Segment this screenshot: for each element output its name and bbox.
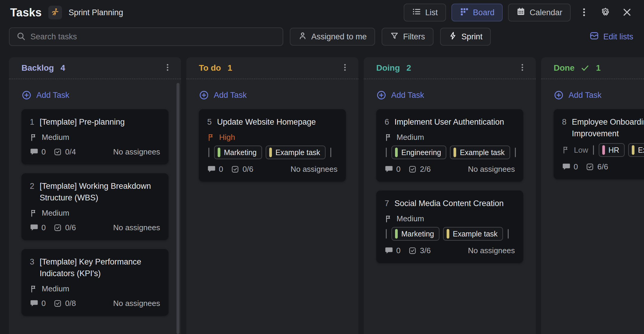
toolbar: Assigned to me Filters Sprint Edit lists (0, 25, 644, 46)
plus-circle-icon (199, 90, 209, 100)
comment-icon (30, 299, 38, 308)
assigned-to-me-button[interactable]: Assigned to me (290, 28, 375, 46)
flag-icon (207, 133, 216, 142)
tag-pill[interactable]: Example task (266, 146, 326, 159)
column-menu-button[interactable] (163, 63, 172, 73)
task-card[interactable]: 6Implement User AuthenticationMediumEngi… (376, 109, 523, 182)
view-tab-board[interactable]: Board (451, 4, 503, 21)
task-number: 1 (30, 116, 34, 128)
column-menu-button[interactable] (340, 63, 349, 73)
column-header: To do1 (186, 57, 358, 79)
tag-divider (515, 148, 516, 157)
task-card[interactable]: 3[Template] Key Performance Indicators (… (21, 249, 168, 316)
card-title-row: 3[Template] Key Performance Indicators (… (30, 256, 160, 279)
plus-circle-icon (376, 90, 386, 100)
column-body: Add Task1[Template] Pre-planningMedium00… (9, 79, 181, 334)
card-title-row: 6Implement User Authentication (385, 116, 515, 128)
column-header: Doing2 (364, 57, 536, 79)
comments-count: 0 (207, 165, 223, 174)
edit-lists-link[interactable]: Edit lists (589, 31, 635, 43)
column-body: Add Task6Implement User AuthenticationMe… (364, 79, 536, 334)
priority-badge: Medium (385, 214, 424, 223)
tags-row: MarketingExample task (385, 227, 515, 241)
tag-pill[interactable]: Marketing (391, 227, 439, 241)
column-scrollbar[interactable] (177, 83, 179, 334)
column-count: 2 (406, 63, 411, 73)
comments-count: 0 (385, 165, 400, 174)
checklist-progress: 0/8 (53, 299, 76, 308)
tag-divider (330, 148, 331, 157)
tag-pill[interactable]: Example task (450, 146, 510, 159)
task-card[interactable]: 8Employee Onboarding ImprovementLowHRExa… (554, 109, 644, 179)
task-title: Social Media Content Creation (394, 198, 504, 209)
column-menu-button[interactable] (518, 63, 527, 73)
priority-row: Medium (30, 284, 160, 293)
tag-pill[interactable]: Marketing (214, 146, 262, 159)
assignees-label: No assignees (113, 223, 160, 232)
task-card[interactable]: 1[Template] Pre-planningMedium00/4No ass… (21, 109, 168, 164)
task-number: 5 (207, 116, 212, 128)
checklist-progress: 6/6 (586, 162, 608, 171)
add-task-button[interactable]: Add Task (376, 90, 523, 100)
checklist-progress: 0/6 (53, 223, 76, 232)
priority-label: Medium (42, 133, 69, 142)
close-button[interactable] (619, 4, 635, 21)
view-tab-calendar[interactable]: Calendar (508, 4, 571, 21)
tag-label: HR (609, 146, 619, 154)
tag-label: Marketing (224, 148, 257, 157)
column-count: 1 (596, 63, 601, 73)
card-footer: 06/6 (562, 162, 644, 171)
checklist-progress: 0/4 (53, 147, 76, 157)
add-task-label: Add Task (214, 91, 247, 100)
filters-button[interactable]: Filters (382, 28, 434, 46)
comments-count: 0 (30, 299, 46, 308)
person-icon (298, 31, 307, 42)
kebab-icon (518, 63, 527, 72)
column-header: Done1 (541, 57, 644, 79)
card-footer: 00/6No assignees (207, 165, 338, 174)
sprint-button[interactable]: Sprint (440, 28, 491, 46)
assignees-label: No assignees (290, 165, 338, 174)
card-title-row: 7Social Media Content Creation (385, 198, 515, 209)
card-footer: 02/6No assignees (385, 165, 515, 174)
comment-icon (385, 165, 393, 174)
tag-label: Example task (460, 148, 504, 157)
task-card[interactable]: 7Social Media Content CreationMediumMark… (376, 191, 523, 263)
column-header: Backlog4 (9, 57, 181, 79)
gear-icon (600, 7, 611, 18)
tag-pill[interactable]: HR (599, 143, 625, 157)
settings-button[interactable] (597, 4, 614, 21)
tag-pill[interactable]: Example task (443, 227, 503, 241)
tag-divider (386, 229, 387, 239)
comment-icon (30, 223, 38, 232)
runner-icon (51, 7, 60, 18)
task-number: 8 (562, 116, 566, 140)
more-options-button[interactable] (576, 4, 592, 21)
card-title-row: 8Employee Onboarding Improvement (562, 116, 644, 140)
column-body: Add Task8Employee Onboarding Improvement… (541, 79, 644, 334)
comments-value: 0 (396, 165, 400, 174)
task-card[interactable]: 2[Template] Working Breakdown Structure … (21, 173, 168, 240)
add-task-button[interactable]: Add Task (21, 90, 168, 100)
tags-row: EngineeringExample task (385, 146, 515, 159)
priority-badge: High (207, 133, 235, 142)
view-switcher: List Board (404, 4, 635, 21)
priority-row: Medium (30, 208, 160, 218)
tag-color-bar (395, 229, 398, 239)
task-card[interactable]: 5Update Website HomepageHighMarketingExa… (199, 109, 346, 182)
tag-pill[interactable]: Engineering (391, 146, 446, 159)
view-tab-list[interactable]: List (404, 4, 446, 21)
close-icon (622, 7, 632, 18)
tag-color-bar (447, 229, 449, 239)
tag-divider (508, 229, 509, 239)
tag-pill[interactable]: Example task (628, 143, 644, 157)
priority-row: Medium (385, 133, 515, 142)
task-number: 6 (385, 116, 389, 128)
add-task-button[interactable]: Add Task (199, 90, 346, 100)
tag-label: Example task (638, 146, 644, 154)
priority-badge: Medium (30, 284, 69, 293)
priority-label: Medium (42, 208, 69, 218)
search-input[interactable] (30, 32, 276, 41)
tag-divider (593, 145, 594, 155)
add-task-button[interactable]: Add Task (554, 90, 644, 100)
